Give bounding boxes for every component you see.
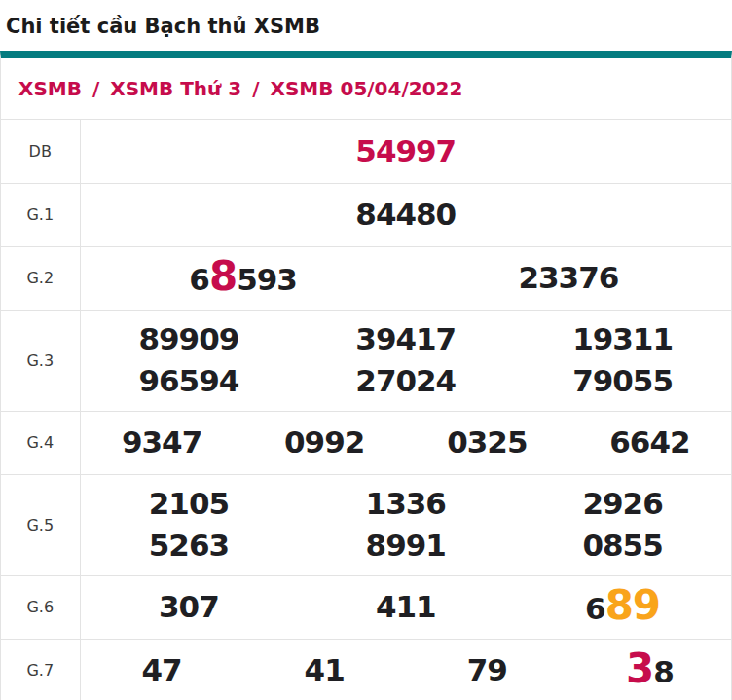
digit-segment: 8991 xyxy=(366,528,446,563)
prize-number: 41 xyxy=(305,649,345,691)
prize-number: 2926 xyxy=(582,483,662,525)
prize-number: 47 xyxy=(141,649,181,691)
digit-segment: 8 xyxy=(653,654,674,689)
prize-number: 79 xyxy=(467,649,507,691)
digit-segment: 54997 xyxy=(355,133,456,168)
prize-number: 6642 xyxy=(609,422,689,463)
prize-number: 23376 xyxy=(518,257,618,299)
digit-segment: 5263 xyxy=(149,528,229,563)
prize-number: 2105 xyxy=(149,483,229,525)
prize-row-g1: G.184480 xyxy=(1,183,731,246)
digit-segment: 89909 xyxy=(138,321,238,356)
digit-segment: 0325 xyxy=(447,424,527,460)
digit-segment: 79 xyxy=(467,652,507,687)
prize-number: 68593 xyxy=(189,255,297,301)
prize-number: 96594 xyxy=(138,360,238,402)
digit-segment: 19311 xyxy=(572,321,673,356)
prize-number: 5263 xyxy=(149,525,229,567)
prize-values-cell: 307411689 xyxy=(80,575,731,639)
prize-label: G.2 xyxy=(1,246,80,310)
prize-label: G.7 xyxy=(1,639,80,700)
digit-segment: 411 xyxy=(376,589,436,624)
digit-segment: 27024 xyxy=(355,363,456,398)
breadcrumb-link-1[interactable]: XSMB Thứ 3 xyxy=(110,76,241,101)
page-title: Chi tiết cầu Bạch thủ XSMB xyxy=(0,0,732,51)
prize-label: G.5 xyxy=(1,474,80,575)
prize-row-g7: G.747417938 xyxy=(1,639,731,700)
prize-row-g4: G.49347099203256642 xyxy=(1,411,731,474)
prize-number: 39417 xyxy=(355,318,456,360)
prize-row-g5: G.5210513362926526389910855 xyxy=(1,474,731,575)
prize-number: 1336 xyxy=(366,483,446,525)
prize-number: 0325 xyxy=(447,422,527,463)
prize-number: 689 xyxy=(585,584,660,630)
digit-segment: 47 xyxy=(141,652,181,687)
breadcrumb-separator: / xyxy=(252,76,259,101)
digit-segment: 0855 xyxy=(582,528,662,563)
highlighted-digit-segment: 8 xyxy=(209,252,237,300)
prize-values-cell: 54997 xyxy=(80,120,731,183)
prize-number: 0992 xyxy=(284,422,364,463)
digit-segment: 23376 xyxy=(518,260,618,295)
prize-label: G.3 xyxy=(1,310,80,411)
prize-number: 307 xyxy=(159,586,219,628)
digit-segment: 1336 xyxy=(366,486,446,521)
prize-number: 0855 xyxy=(582,525,662,567)
prize-number: 54997 xyxy=(355,130,456,172)
prize-number: 8991 xyxy=(366,525,446,567)
digit-segment: 2926 xyxy=(582,486,662,521)
digit-segment: 307 xyxy=(159,589,219,624)
prize-number: 89909 xyxy=(138,318,238,360)
highlighted-digit-segment: 89 xyxy=(605,581,660,629)
prize-values-cell: 9347099203256642 xyxy=(80,411,731,474)
prize-number: 38 xyxy=(626,647,674,693)
prize-label: DB xyxy=(1,120,80,183)
prize-number: 9347 xyxy=(122,422,201,463)
digit-segment: 593 xyxy=(237,262,297,297)
prize-row-g2: G.26859323376 xyxy=(1,246,731,310)
digit-segment: 6 xyxy=(189,262,209,297)
highlighted-digit-segment: 3 xyxy=(626,645,653,692)
digit-segment: 96594 xyxy=(138,363,238,398)
prize-label: G.6 xyxy=(1,575,80,639)
prize-label: G.4 xyxy=(1,411,80,474)
results-table: DB54997G.184480G.26859323376G.3899093941… xyxy=(1,120,731,700)
breadcrumb-separator: / xyxy=(92,76,99,101)
breadcrumb-link-0[interactable]: XSMB xyxy=(18,76,82,101)
prize-number: 27024 xyxy=(355,360,456,402)
digit-segment: 41 xyxy=(305,652,345,687)
prize-row-g3: G.3899093941719311965942702479055 xyxy=(1,310,731,411)
prize-row-db: DB54997 xyxy=(1,120,731,183)
prize-number: 79055 xyxy=(572,360,673,402)
digit-segment: 79055 xyxy=(572,363,673,398)
digit-segment: 84480 xyxy=(355,197,456,232)
digit-segment: 6642 xyxy=(609,424,689,460)
digit-segment: 6 xyxy=(585,591,605,626)
digit-segment: 39417 xyxy=(355,321,456,356)
prize-row-g6: G.6307411689 xyxy=(1,575,731,639)
prize-values-cell: 6859323376 xyxy=(80,246,731,310)
digit-segment: 9347 xyxy=(122,424,201,460)
prize-number: 19311 xyxy=(572,318,673,360)
prize-values-cell: 210513362926526389910855 xyxy=(80,474,731,575)
digit-segment: 2105 xyxy=(149,486,229,521)
prize-values-cell: 899093941719311965942702479055 xyxy=(80,310,731,411)
prize-values-cell: 47417938 xyxy=(80,639,731,700)
prize-label: G.1 xyxy=(1,183,80,246)
results-panel: XSMB/XSMB Thứ 3/XSMB 05/04/2022 DB54997G… xyxy=(0,51,732,700)
digit-segment: 0992 xyxy=(284,424,364,460)
breadcrumb: XSMB/XSMB Thứ 3/XSMB 05/04/2022 xyxy=(1,58,731,120)
prize-values-cell: 84480 xyxy=(80,183,731,246)
page: Chi tiết cầu Bạch thủ XSMB XSMB/XSMB Thứ… xyxy=(0,0,732,700)
prize-number: 411 xyxy=(376,586,436,628)
prize-number: 84480 xyxy=(355,194,456,236)
breadcrumb-link-2[interactable]: XSMB 05/04/2022 xyxy=(271,76,463,101)
